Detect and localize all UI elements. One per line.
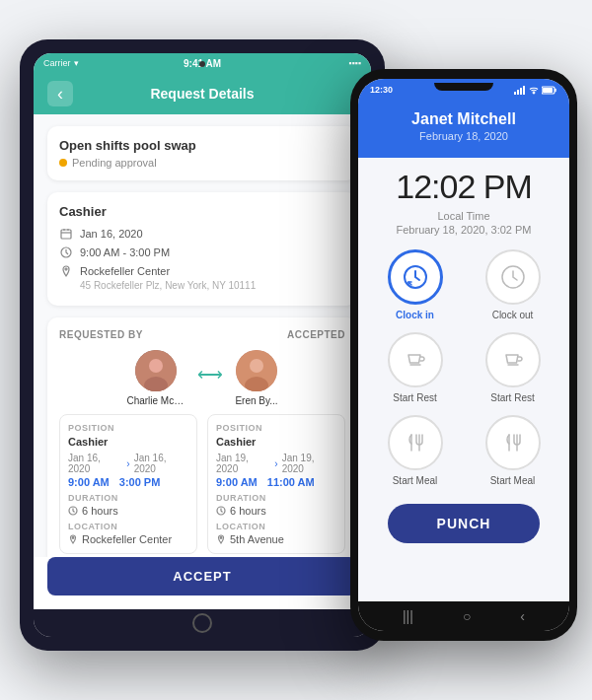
svg-rect-22	[543, 88, 553, 93]
pending-dot	[59, 159, 67, 167]
shift-address: 45 Rockefeller Plz, New York, NY 10111	[80, 280, 345, 291]
action-start-meal-1[interactable]: Start Meal	[372, 415, 458, 486]
tablet-status-right: ▪▪▪▪	[256, 58, 361, 68]
start-meal-1-circle[interactable]	[388, 415, 443, 470]
pos2-loc-label: LOCATION	[216, 522, 336, 531]
shift-date-row: Jan 16, 2020	[59, 227, 345, 241]
action-grid: Clock in Clock out	[372, 249, 555, 486]
start-meal-2-circle[interactable]	[485, 415, 541, 470]
local-time-value: February 18, 2020, 3:02 PM	[397, 224, 532, 236]
pos2-duration: 6 hours	[230, 505, 266, 517]
nav-menu-icon[interactable]: |||	[403, 608, 413, 624]
person-charlie: Charlie McNeil	[126, 350, 185, 406]
current-time: 12:02 PM	[396, 168, 532, 206]
tablet-home-bar	[34, 609, 371, 637]
clock-in-label: Clock in	[396, 310, 434, 320]
svg-rect-16	[514, 92, 516, 95]
shift-time-row: 9:00 AM - 3:00 PM	[59, 245, 345, 259]
pos1-dates: Jan 16, 2020 › Jan 16, 2020	[68, 453, 188, 474]
swap-arrow-icon: ⟷	[197, 364, 223, 385]
back-button[interactable]: ‹	[47, 81, 73, 106]
action-start-meal-2[interactable]: Start Meal	[470, 415, 555, 486]
calendar-icon	[59, 227, 73, 241]
phone-header: Janet Mitchell February 18, 2020	[358, 101, 569, 158]
punch-button[interactable]: PUNCH	[388, 504, 541, 543]
svg-rect-17	[517, 90, 519, 95]
wifi-icon: ▾	[74, 58, 79, 68]
shift-time: 9:00 AM - 3:00 PM	[80, 246, 170, 258]
position-card-2: POSITION Cashier Jan 19, 2020 › Jan 19, …	[207, 414, 345, 554]
accepted-label: ACCEPTED	[287, 329, 345, 340]
req-header: REQUESTED BY ACCEPTED	[59, 329, 345, 340]
start-rest-1-circle[interactable]	[388, 332, 443, 387]
svg-point-15	[220, 537, 222, 539]
person-eren: Eren By...	[235, 350, 277, 406]
start-rest-2-label: Start Rest	[490, 392, 534, 403]
position-card-1: POSITION Cashier Jan 16, 2020 › Jan 16, …	[59, 414, 197, 554]
pending-badge: Pending approval	[59, 157, 345, 169]
battery-icon: ▪▪▪▪	[348, 58, 361, 68]
clock-in-circle[interactable]	[388, 249, 443, 305]
phone-notch	[434, 83, 493, 91]
pos1-label: POSITION	[68, 423, 188, 433]
pos2-times: 9:00 AM 11:00 AM	[216, 476, 336, 488]
pos1-time-to: 3:00 PM	[119, 476, 161, 488]
pos1-loc-label: LOCATION	[68, 522, 188, 531]
svg-rect-0	[61, 230, 71, 239]
nav-back-icon[interactable]: ‹	[520, 608, 525, 624]
request-card: Open shifts pool swap Pending approval	[47, 126, 357, 180]
svg-rect-18	[520, 88, 522, 95]
clock-out-circle[interactable]	[485, 249, 541, 305]
wifi-icon	[529, 86, 539, 95]
eren-name: Eren By...	[235, 395, 277, 406]
action-start-rest-1[interactable]: Start Rest	[372, 332, 458, 403]
phone-screen: 12:30	[358, 79, 569, 631]
clock-icon	[59, 245, 73, 259]
pos2-date-from: Jan 19, 2020	[216, 453, 270, 474]
pos2-date-to: Jan 19, 2020	[282, 453, 336, 474]
user-date: February 18, 2020	[372, 130, 555, 142]
shift-location: Rockefeller Center	[80, 265, 170, 277]
shift-details: Cashier Jan 16, 2020	[47, 192, 357, 306]
pos2-dates: Jan 19, 2020 › Jan 19, 2020	[216, 453, 336, 474]
tablet-screen: Carrier ▾ 9:41 AM ▪▪▪▪ ‹ Request Details…	[34, 53, 371, 637]
pos1-dur-value: 6 hours	[68, 505, 188, 517]
pos1-dur-label: DURATION	[68, 493, 188, 503]
phone-status-icons	[514, 86, 557, 95]
pos2-location: 5th Avenue	[230, 533, 284, 545]
action-clock-in[interactable]: Clock in	[372, 249, 458, 320]
shift-date: Jan 16, 2020	[80, 228, 143, 240]
pos1-value: Cashier	[68, 436, 188, 448]
clock-out-label: Clock out	[492, 310, 534, 320]
action-clock-out[interactable]: Clock out	[470, 249, 555, 320]
accept-button[interactable]: ACCEPT	[47, 557, 357, 595]
positions-row: POSITION Cashier Jan 16, 2020 › Jan 16, …	[59, 414, 345, 554]
nav-home-icon[interactable]: ○	[463, 608, 471, 624]
pos2-label: POSITION	[216, 423, 336, 433]
dur-clock-icon	[68, 506, 78, 516]
cup-icon-2	[501, 348, 525, 372]
pos1-loc-value: Rockefeller Center	[68, 533, 188, 545]
shift-location-row: Rockefeller Center	[59, 264, 345, 278]
svg-point-13	[72, 537, 74, 539]
clock-out-icon	[499, 263, 527, 291]
action-start-rest-2[interactable]: Start Rest	[470, 332, 555, 403]
cup-icon-1	[404, 348, 427, 372]
pos1-location: Rockefeller Center	[82, 533, 172, 545]
scene: Carrier ▾ 9:41 AM ▪▪▪▪ ‹ Request Details…	[10, 10, 582, 690]
pos1-time-from: 9:00 AM	[68, 476, 110, 488]
phone-content: 12:02 PM Local Time February 18, 2020, 3…	[358, 158, 569, 601]
requested-section: REQUESTED BY ACCEPTED	[47, 317, 357, 557]
shift-role: Cashier	[59, 204, 345, 219]
svg-rect-19	[523, 86, 525, 95]
start-meal-1-label: Start Meal	[393, 475, 438, 486]
tablet-header: ‹ Request Details	[34, 73, 371, 114]
avatar-charlie	[135, 350, 177, 391]
tablet-home-button[interactable]	[192, 613, 212, 633]
svg-point-20	[533, 92, 535, 94]
start-rest-2-circle[interactable]	[485, 332, 541, 387]
carrier-label: Carrier	[43, 58, 71, 68]
pending-label: Pending approval	[72, 157, 157, 169]
pos2-dur-label: DURATION	[216, 493, 336, 503]
pos2-dur-icon	[216, 506, 226, 516]
